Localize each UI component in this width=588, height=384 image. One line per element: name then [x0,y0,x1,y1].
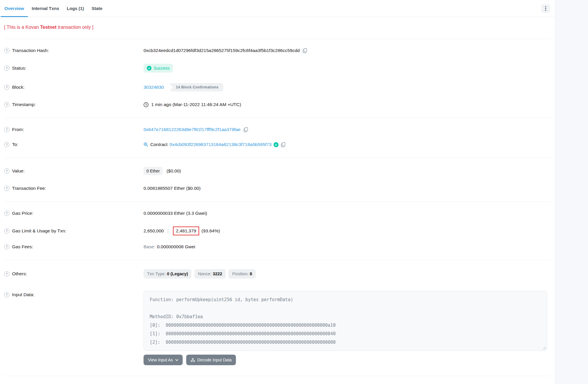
transaction-page: Overview Internal Txns Logs (1) State [ … [0,0,588,384]
help-icon[interactable]: ? [4,228,9,234]
help-icon[interactable]: ? [4,142,9,147]
transaction-fee-row: ? Transaction Fee: 0.0081885507 Ether ($… [4,186,551,191]
divider [4,260,551,260]
position-value: 8 [250,271,252,276]
gas-used-percent: (93.64%) [201,228,220,234]
help-icon[interactable]: ? [4,271,9,276]
tab-internal-txns[interactable]: Internal Txns [28,0,63,17]
from-label: From: [12,127,24,132]
timestamp-value: 1 min ago (Mar-11-2022 11:46:24 AM +UTC) [151,102,241,107]
position-key: Position: [232,271,250,276]
help-icon[interactable]: ? [4,66,9,71]
status-value: Success [154,66,170,71]
others-row: ? Others: Txn Type: 0 (Legacy) Nonce: 32… [4,269,551,279]
copy-icon [281,142,286,147]
copy-to-button[interactable] [281,142,286,147]
chevron-down-icon [175,359,178,361]
value-row: ? Value: 0 Ether ($0.00) [4,167,551,175]
timestamp-label: Timestamp: [12,102,36,107]
input-data-blank-line [150,304,541,313]
warning-prefix: [ This is a Kovan [4,25,40,30]
input-data-row: ? Input Data: Function: performUpkeep(ui… [4,291,551,365]
help-icon[interactable]: ? [4,48,9,53]
gas-limit-value: 2,650,000 [144,228,164,234]
from-row: ? From: 0x647e7168122263d8e7f81f17fff9c2… [4,127,551,132]
kebab-icon [545,6,546,11]
clock-icon [144,102,149,107]
divider [4,118,551,118]
warning-suffix: transaction only ] [56,25,93,30]
input-data-word-0: [0]: 00000000000000000000000000000000000… [150,321,541,330]
from-address-link[interactable]: 0x647e7168122263d8e7f81f17fff9c2f1aa379f… [144,127,241,132]
input-data-function-line: Function: performUpkeep(uint256 id, byte… [150,296,541,304]
gas-used-highlight-box: 2,481,379 [173,227,199,235]
warning-emphasis: Testnet [40,25,56,30]
help-icon[interactable]: ? [4,244,9,249]
gas-price-label: Gas Price: [12,211,33,216]
help-icon[interactable]: ? [4,127,9,132]
gas-fees-base-label: Base: [144,244,155,249]
timestamp-row: ? Timestamp: 1 min ago (Mar-11-2022 11:4… [4,102,551,107]
resize-handle[interactable] [543,346,546,350]
position-badge: Position: 8 [229,269,256,279]
help-icon[interactable]: ? [4,102,9,107]
tab-overview[interactable]: Overview [1,0,28,17]
gas-fees-base-value: 0.000000008 Gwei [157,244,195,249]
value-label: Value: [12,168,25,174]
gas-limit-usage-row: ? Gas Limit & Usage by Txn: 2,650,000 | … [4,227,551,235]
page-background-strip [555,0,588,384]
to-row: ? To: Contract 0x4cb093f226983713164a621… [4,142,551,147]
value-amount-badge: 0 Ether [144,167,163,175]
gas-limit-usage-label: Gas Limit & Usage by Txn: [12,228,66,234]
copy-hash-button[interactable] [302,48,307,53]
help-icon[interactable]: ? [4,292,9,297]
help-icon[interactable]: ? [4,168,9,174]
help-icon[interactable]: ? [4,85,9,90]
decode-input-data-label: Decode Input Data [197,358,232,362]
nonce-value: 3222 [213,271,222,276]
gas-price-row: ? Gas Price: 0.0000000033 Ether (3.3 Gwe… [4,211,551,216]
transaction-fee-label: Transaction Fee: [12,186,46,191]
copy-icon [243,127,248,132]
input-data-word-2: [2]: 00000000000000000000000000000000000… [150,338,541,347]
view-input-as-label: View Input As [148,358,173,362]
tab-bar: Overview Internal Txns Logs (1) State [0,0,555,17]
check-circle-icon [147,66,151,71]
tab-logs[interactable]: Logs (1) [63,0,88,17]
divider [4,39,551,39]
others-label: Others: [12,271,27,276]
transaction-hash-row: ? Transaction Hash: 0xcb324eedcd1d07296f… [4,48,551,53]
tab-state[interactable]: State [88,0,106,17]
status-badge: Success [144,64,173,73]
view-input-as-button[interactable]: View Input As [144,355,183,365]
value-usd: ($0.00) [166,168,181,174]
input-data-word-1: [1]: 00000000000000000000000000000000000… [150,330,541,338]
block-number-link[interactable]: 30324830 [144,85,164,90]
gas-fees-label: Gas Fees: [12,244,33,249]
tabs: Overview Internal Txns Logs (1) State [1,0,106,17]
divider [4,158,551,158]
status-row: ? Status: Success [4,64,551,73]
decode-icon [191,358,195,362]
txn-type-value: 0 (Legacy) [167,271,188,276]
input-data-methodid-line: MethodID: 0x7bbaf1ea [150,313,541,321]
to-label: To: [12,142,18,147]
help-icon[interactable]: ? [4,211,9,216]
decode-input-data-button[interactable]: Decode Input Data [186,355,236,365]
to-contract-prefix: Contract [150,142,168,147]
input-data-label: Input Data: [12,292,34,297]
copy-icon [302,48,307,53]
input-data-box[interactable]: Function: performUpkeep(uint256 id, byte… [144,291,547,351]
to-address-link[interactable]: 0x4cb093f226983713164a62138c3f718a5b595f… [170,142,272,147]
gas-separator: | [167,228,169,234]
copy-from-button[interactable] [243,127,248,132]
testnet-warning: [ This is a Kovan Testnet transaction on… [4,25,551,30]
more-options-button[interactable] [541,4,550,13]
zoom-in-icon[interactable] [144,142,148,147]
transaction-hash-value: 0xcb324eedcd1d07296fdf3d215a2865275f159c… [144,48,300,53]
help-icon[interactable]: ? [4,186,9,191]
transaction-card: Overview Internal Txns Logs (1) State [ … [0,0,555,384]
txn-type-key: Txn Type: [147,271,167,276]
gas-price-value: 0.0000000033 Ether (3.3 Gwei) [144,211,207,216]
verified-check-icon [274,142,279,147]
